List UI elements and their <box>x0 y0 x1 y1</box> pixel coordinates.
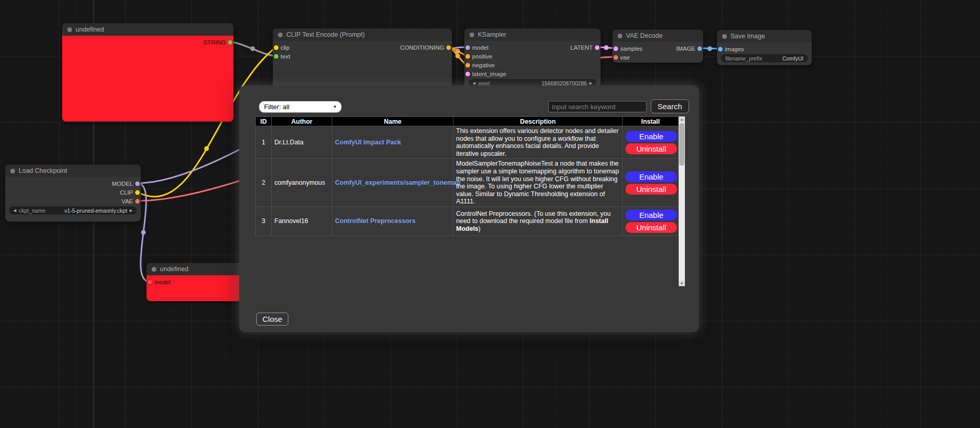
extension-install-cell: EnableUninstall <box>623 126 679 159</box>
node-collapse-icon[interactable] <box>618 34 622 38</box>
node-collapse-icon[interactable] <box>10 169 15 173</box>
comfyui-canvas[interactable]: undefined STRING CLIP Text Encode (Promp… <box>0 0 980 428</box>
extension-id: 3 <box>256 206 272 235</box>
slot-label: VAE <box>122 198 133 204</box>
output-dot-vae[interactable] <box>135 199 140 203</box>
node-title-bar[interactable]: VAE Decode <box>612 29 703 42</box>
node-clip-text-encode[interactable]: CLIP Text Encode (Prompt) clip text COND… <box>273 28 452 91</box>
slot-label: positive <box>472 53 492 60</box>
extension-table: IDAuthorNameDescriptionInstall 1Dr.Lt.Da… <box>255 116 679 236</box>
input-slot-images[interactable]: images <box>717 45 812 53</box>
input-dot-model[interactable] <box>148 279 152 284</box>
node-title-bar[interactable]: Save Image <box>717 30 812 42</box>
slot-label: MODEL <box>112 181 133 187</box>
output-slot-image[interactable]: IMAGE <box>612 44 703 53</box>
extension-table-zone: IDAuthorNameDescriptionInstall 1Dr.Lt.Da… <box>255 116 685 286</box>
extension-description: ControlNet Preprocessors. (To use this e… <box>454 206 623 235</box>
node-title: CLIP Text Encode (Prompt) <box>286 31 365 38</box>
input-slot-latent-image[interactable]: latent_image <box>464 69 601 78</box>
output-dot-model[interactable] <box>135 181 140 186</box>
extension-row: 2comfyanonymousComfyUI_experiments/sampl… <box>256 159 679 207</box>
input-dot-positive[interactable] <box>465 54 470 58</box>
ckpt-name-widget[interactable]: ◀ ckpt_name v1-5-pruned-emaonly.ckpt ▶ <box>9 206 137 214</box>
input-dot-latent-image[interactable] <box>465 71 470 76</box>
uninstall-button[interactable]: Uninstall <box>625 143 677 154</box>
enable-button[interactable]: Enable <box>625 171 677 182</box>
extension-install-cell: EnableUninstall <box>623 159 679 207</box>
node-title: Save Image <box>730 33 765 40</box>
column-header-name: Name <box>332 117 454 126</box>
input-dot-images[interactable] <box>718 47 723 51</box>
enable-button[interactable]: Enable <box>625 210 677 220</box>
scrollbar-thumb[interactable] <box>679 123 684 166</box>
extension-id: 2 <box>256 159 272 207</box>
node-body: samples vae IMAGE <box>612 42 703 63</box>
output-slot-conditioning[interactable]: CONDITIONING <box>273 43 452 52</box>
search-button[interactable]: Search <box>651 99 689 113</box>
node-collapse-icon[interactable] <box>470 33 474 37</box>
output-dot-latent[interactable] <box>595 45 599 50</box>
input-slot-negative[interactable]: negative <box>464 61 601 69</box>
node-title: undefined <box>160 265 188 273</box>
close-button[interactable]: Close <box>256 313 288 326</box>
column-header-author: Author <box>272 117 332 126</box>
input-slot-text[interactable]: text <box>273 52 452 61</box>
input-dot-vae[interactable] <box>613 55 618 60</box>
column-header-install: Install <box>623 117 679 126</box>
slot-label: images <box>725 46 744 52</box>
input-dot-text[interactable] <box>274 54 279 58</box>
spinner-right-icon[interactable]: ▶ <box>130 209 133 212</box>
slot-label: CONDITIONING <box>400 45 444 51</box>
node-title: undefined <box>76 26 104 33</box>
input-slot-vae[interactable]: vae <box>612 53 703 62</box>
table-scrollbar[interactable]: ▲ ▼ <box>679 116 685 286</box>
spinner-left-icon[interactable]: ◀ <box>473 81 475 85</box>
node-title-bar[interactable]: Load Checkpoint <box>5 165 141 177</box>
search-input[interactable] <box>548 101 647 112</box>
node-title-bar[interactable]: undefined <box>62 23 233 36</box>
output-slot-latent[interactable]: LATENT <box>464 43 601 52</box>
extension-description: This extension offers various detector n… <box>454 126 623 159</box>
node-undefined-string[interactable]: undefined STRING <box>62 23 233 122</box>
node-collapse-icon[interactable] <box>722 34 727 39</box>
uninstall-button[interactable]: Uninstall <box>625 222 677 233</box>
extension-link[interactable]: ComfyUI_experiments/sampler_tonemap <box>335 179 460 186</box>
node-collapse-icon[interactable] <box>152 267 156 272</box>
enable-button[interactable]: Enable <box>625 131 677 142</box>
node-save-image[interactable]: Save Image images filename_prefix ComfyU… <box>717 30 812 65</box>
extension-id: 1 <box>256 126 272 159</box>
output-slot-vae[interactable]: VAE <box>5 197 141 205</box>
filename-prefix-widget[interactable]: filename_prefix ComfyUI <box>721 54 808 62</box>
spinner-right-icon[interactable]: ▶ <box>590 81 592 85</box>
slot-label: model <box>154 279 170 285</box>
output-dot-string[interactable] <box>228 40 232 45</box>
node-collapse-icon[interactable] <box>67 27 72 32</box>
output-slot-clip[interactable]: CLIP <box>5 188 141 197</box>
output-slot-model[interactable]: MODEL <box>5 179 141 188</box>
extension-link[interactable]: ComfyUI Impact Pack <box>335 139 401 146</box>
node-title-bar[interactable]: KSampler <box>464 28 601 41</box>
scroll-down-icon[interactable]: ▼ <box>679 281 685 286</box>
extension-author: comfyanonymous <box>272 159 332 207</box>
input-dot-negative[interactable] <box>465 63 470 67</box>
output-dot-conditioning[interactable] <box>446 45 451 50</box>
node-ksampler[interactable]: KSampler model positive negative latent_… <box>464 28 601 88</box>
uninstall-button[interactable]: Uninstall <box>625 184 677 195</box>
spinner-left-icon[interactable]: ◀ <box>13 209 16 212</box>
slot-label: LATENT <box>571 45 593 51</box>
extension-table-body: 1Dr.Lt.DataComfyUI Impact PackThis exten… <box>256 126 679 236</box>
node-collapse-icon[interactable] <box>278 33 283 37</box>
scroll-up-icon[interactable]: ▲ <box>679 116 685 122</box>
input-slot-positive[interactable]: positive <box>464 52 601 61</box>
node-title: VAE Decode <box>626 32 663 39</box>
node-vae-decode[interactable]: VAE Decode samples vae IMAGE <box>612 29 703 63</box>
node-body: STRING <box>62 36 233 122</box>
output-dot-clip[interactable] <box>135 190 140 195</box>
node-title-bar[interactable]: CLIP Text Encode (Prompt) <box>273 28 452 41</box>
filter-select[interactable]: Filter: all <box>259 101 342 113</box>
output-slot-string[interactable]: STRING <box>62 38 233 47</box>
extension-author: Fannovel16 <box>272 206 332 235</box>
node-load-checkpoint[interactable]: Load Checkpoint MODEL CLIP VAE ◀ ckpt_na… <box>5 165 141 222</box>
output-dot-image[interactable] <box>697 46 702 51</box>
extension-link[interactable]: ControlNet Preprocessors <box>335 217 416 225</box>
